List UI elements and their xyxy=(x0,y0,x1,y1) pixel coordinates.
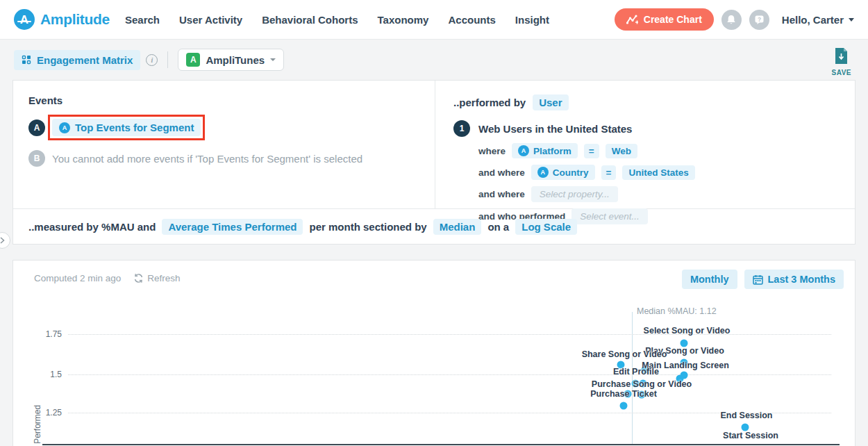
measured-by-text: ..measured by %MAU and xyxy=(28,221,156,233)
save-label: SAVE xyxy=(832,69,852,76)
user-menu[interactable]: Hello, Carter xyxy=(782,14,854,26)
nav-item-behavioral-cohorts[interactable]: Behavioral Cohorts xyxy=(262,14,358,26)
brand-name: Amplitude xyxy=(40,11,110,28)
performed-by-subject[interactable]: User xyxy=(533,94,568,110)
refresh-button[interactable]: Refresh xyxy=(133,273,180,283)
interval-selector[interactable]: Monthly xyxy=(682,270,737,289)
help-bubble-icon: ? xyxy=(754,15,765,25)
filter-conjunction: and where xyxy=(478,189,525,199)
filter-row-platform: where A Platform = Web xyxy=(478,143,837,158)
query-builder-card: Events A A Top Events for Segment B You … xyxy=(12,80,856,245)
y-axis-tick: 1.25 xyxy=(31,408,62,418)
value-pill-united-states[interactable]: United States xyxy=(622,165,694,180)
svg-text:?: ? xyxy=(758,15,761,22)
segment-badge: 1 xyxy=(453,120,470,137)
on-a-text: on a xyxy=(487,221,509,233)
operator-pill[interactable]: = xyxy=(584,144,599,158)
selected-event-label: Top Events for Segment xyxy=(75,122,194,133)
date-range-label: Last 3 Months xyxy=(768,274,835,285)
amplitude-mini-icon: A xyxy=(59,122,70,133)
refresh-label: Refresh xyxy=(147,273,180,283)
nav-item-user-activity[interactable]: User Activity xyxy=(179,14,242,26)
chart-type-label: Engagement Matrix xyxy=(37,54,133,66)
filter-row-country: and where A Country = United States xyxy=(478,165,837,180)
scatter-point-label: Select Song or Video xyxy=(644,326,731,336)
panel-expand-handle[interactable] xyxy=(0,232,10,249)
event-badge-a: A xyxy=(28,119,45,136)
value-pill-web[interactable]: Web xyxy=(606,144,637,158)
amplitude-logo-icon: A xyxy=(14,9,35,30)
chart-plus-icon xyxy=(626,15,638,25)
events-panel-title: Events xyxy=(28,94,419,106)
events-panel: Events A A Top Events for Segment B You … xyxy=(13,81,435,208)
amplitude-mini-icon: A xyxy=(537,167,549,178)
calendar-icon xyxy=(753,274,763,285)
app-selector[interactable]: A AmpliTunes xyxy=(178,49,284,71)
filter-conjunction: where xyxy=(478,146,506,156)
amplitude-logo[interactable]: A Amplitude xyxy=(14,9,110,30)
event-row-a: A A Top Events for Segment xyxy=(28,115,419,140)
event-row-b: B You cannot add more events if 'Top Eve… xyxy=(28,150,419,167)
chevron-right-icon xyxy=(0,237,5,244)
user-greeting-label: Hello, Carter xyxy=(782,14,844,26)
refresh-icon xyxy=(133,273,144,283)
amplitude-mini-icon: A xyxy=(518,145,529,156)
scatter-point-label: Purchase Ticket xyxy=(590,389,657,399)
y-gridline xyxy=(68,374,831,375)
scale-pill-log-scale[interactable]: Log Scale xyxy=(515,219,577,235)
info-icon[interactable]: i xyxy=(146,54,158,66)
median-line-label: Median %MAU: 1.12 xyxy=(637,306,717,316)
event-disabled-message: You cannot add more events if 'Top Event… xyxy=(52,153,362,165)
save-button[interactable]: SAVE xyxy=(832,47,852,76)
select-property-input[interactable]: Select property... xyxy=(531,186,618,202)
scatter-point-label: End Session xyxy=(720,411,772,420)
create-chart-label: Create Chart xyxy=(644,14,702,25)
performed-by-panel: ..performed by User 1 Web Users in the U… xyxy=(435,81,855,208)
nav-item-taxonomy[interactable]: Taxonomy xyxy=(378,14,429,26)
nav-item-accounts[interactable]: Accounts xyxy=(448,14,495,26)
top-nav: A Amplitude Search User Activity Behavio… xyxy=(0,0,868,40)
scatter-dot[interactable] xyxy=(620,402,628,410)
chart-card: Computed 2 min ago Refresh Monthly Last … xyxy=(12,260,856,446)
segment-name: Web Users in the United States xyxy=(478,123,632,135)
select-event-input[interactable]: Select event... xyxy=(571,208,648,224)
toolbar-divider xyxy=(167,51,168,68)
operator-pill[interactable]: = xyxy=(601,165,617,180)
event-badge-b: B xyxy=(28,150,45,167)
app-badge: A xyxy=(186,53,200,67)
date-range-selector[interactable]: Last 3 Months xyxy=(744,270,844,289)
property-pill-country[interactable]: A Country xyxy=(531,165,595,180)
nav-item-search[interactable]: Search xyxy=(125,14,160,26)
performed-by-prefix: ..performed by xyxy=(453,97,526,108)
scatter-point-label: Share Song or Video xyxy=(582,349,667,359)
app-selector-label: AmpliTunes xyxy=(206,54,265,66)
metric-pill-average-times-performed[interactable]: Average Times Performed xyxy=(162,219,303,235)
median-reference-line xyxy=(632,312,633,445)
chart-toolbar: Engagement Matrix i A AmpliTunes xyxy=(14,49,284,71)
highlight-red-box: A Top Events for Segment xyxy=(48,115,205,140)
y-gridline xyxy=(68,413,831,413)
create-chart-button[interactable]: Create Chart xyxy=(615,8,714,31)
computed-timestamp: Computed 2 min ago xyxy=(34,273,121,283)
matrix-icon xyxy=(22,55,32,65)
chevron-down-icon xyxy=(849,18,854,22)
y-axis-tick: 1.5 xyxy=(31,370,62,379)
section-pill-median[interactable]: Median xyxy=(433,219,482,235)
sectioned-by-text: per month sectioned by xyxy=(309,221,426,233)
notifications-button[interactable] xyxy=(721,10,742,30)
scatter-point-label: Start Session xyxy=(723,431,778,440)
chevron-down-icon xyxy=(270,58,276,61)
filter-conjunction: and where xyxy=(478,167,525,178)
save-file-icon xyxy=(834,47,849,65)
nav-item-insight[interactable]: Insight xyxy=(515,14,549,26)
x-axis-line xyxy=(42,444,840,445)
selected-event-pill[interactable]: A Top Events for Segment xyxy=(52,119,201,136)
property-pill-platform[interactable]: A Platform xyxy=(512,143,578,158)
bell-icon xyxy=(726,15,736,25)
y-axis-tick: 1.75 xyxy=(31,329,62,339)
chart-type-selector[interactable]: Engagement Matrix xyxy=(14,50,140,70)
help-button[interactable]: ? xyxy=(749,10,769,30)
filter-row-empty-property: and where Select property... xyxy=(478,186,837,202)
scatter-dot[interactable] xyxy=(742,424,749,431)
scatter-point-label: Edit Profile xyxy=(613,367,659,377)
